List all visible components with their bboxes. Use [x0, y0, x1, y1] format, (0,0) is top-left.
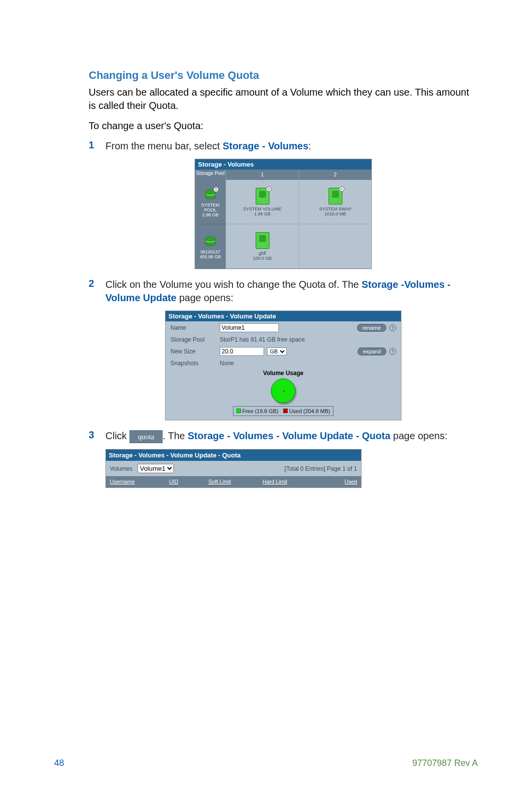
volume-select[interactable]: Volume1	[137, 464, 174, 473]
pool-column: S SYSTEM POOL 2.98 GB 05120137 455.88 GB	[195, 180, 226, 269]
square-icon	[236, 409, 241, 413]
expand-button[interactable]: expand	[358, 347, 386, 355]
col-username[interactable]: Username	[110, 478, 169, 486]
volumes-label: Volumes	[110, 465, 133, 473]
text: :	[308, 140, 311, 151]
panel-title: Storage - Volumes - Volume Update	[166, 311, 401, 321]
volume-name: SYSTEM VOLUME	[243, 207, 282, 211]
usage-title: Volume Usage	[166, 369, 401, 378]
volume-name: gfdf	[259, 251, 266, 256]
quota-table-header: Username UID Soft Limit Hard Limit Used	[106, 476, 361, 487]
snapshots-label: Snapshots	[170, 360, 220, 367]
document-revision: 97707987 Rev A	[412, 758, 478, 768]
pool-name: SYSTEM POOL	[196, 203, 225, 212]
column-header: 1	[226, 170, 299, 180]
lead-text: To change a user's Quota:	[89, 119, 478, 133]
drive-icon: S	[256, 188, 269, 205]
step-text: From the menu bar, select Storage - Volu…	[105, 139, 478, 153]
drive-icon: S	[329, 188, 342, 205]
volume-column: S SYSTEM VOLUME 1.98 GB gfdf 100.0 GB	[226, 180, 299, 269]
panel-title: Storage - Volumes	[195, 159, 371, 170]
legend: Free (19.8 GB) Used (204.8 MB)	[233, 406, 334, 416]
col-hard-limit[interactable]: Hard Limit	[263, 478, 317, 486]
column-header: 2	[299, 170, 371, 180]
screenshot-volume-update: Storage - Volumes - Volume Update Name r…	[165, 311, 401, 420]
col-uid[interactable]: UID	[169, 478, 208, 486]
text: . The	[163, 430, 188, 441]
size-input[interactable]	[220, 347, 264, 356]
intro-text: Users can be allocated a specific amount…	[89, 86, 478, 112]
screenshot-quota: Storage - Volumes - Volume Update - Quot…	[105, 449, 362, 488]
volume-cell[interactable]: S SYSTEM SWAP 1016.0 MB	[299, 180, 371, 224]
col-soft-limit[interactable]: Soft Limit	[208, 478, 263, 486]
pool-cell[interactable]: S SYSTEM POOL 2.98 GB	[195, 180, 226, 224]
volume-cell[interactable]: gfdf 100.0 GB	[226, 224, 299, 269]
volume-size: 1016.0 MB	[325, 211, 346, 216]
size-label: New Size	[170, 348, 220, 355]
rename-button[interactable]: rename	[357, 324, 386, 332]
quota-button[interactable]: quota	[130, 430, 163, 443]
badge-icon: S	[213, 187, 219, 192]
disk-stack-icon	[203, 235, 217, 248]
pool-size: 455.88 GB	[200, 254, 221, 259]
step-2: 2 Click on the Volume you wish to change…	[89, 278, 478, 305]
page-ref: Storage - Volumes - Volume Update - Quot…	[188, 430, 391, 441]
step-text: Click on the Volume you wish to change t…	[105, 278, 478, 305]
step-number: 1	[89, 139, 105, 153]
volume-size: 1.98 GB	[254, 211, 270, 216]
text: Click on the Volume you wish to change t…	[105, 279, 362, 290]
step-number: 3	[89, 429, 105, 488]
col-used[interactable]: Used	[317, 478, 357, 486]
text: Click	[105, 430, 130, 441]
page-footer: 48 97707987 Rev A	[54, 758, 478, 768]
entries-text: [Total 0 Entries] Page 1 of 1	[285, 465, 357, 473]
pool-cell[interactable]: 05120137 455.88 GB	[195, 224, 226, 269]
volume-size: 100.0 GB	[253, 256, 271, 261]
help-icon[interactable]: ?	[389, 324, 396, 331]
legend-free: Free (19.8 GB)	[236, 408, 278, 414]
pie-chart-icon	[271, 379, 296, 403]
pool-size: 2.98 GB	[202, 212, 218, 217]
pool-label: Storage Pool	[170, 336, 220, 343]
step-number: 2	[89, 278, 105, 305]
snapshots-value: None	[220, 360, 396, 367]
menu-path: Storage - Volumes	[223, 140, 308, 151]
name-label: Name	[170, 324, 220, 331]
panel-title: Storage - Volumes - Volume Update - Quot…	[106, 450, 361, 461]
volume-name: SYSTEM SWAP	[319, 207, 352, 211]
volume-column: S SYSTEM SWAP 1016.0 MB	[299, 180, 371, 269]
help-icon[interactable]: ?	[389, 348, 396, 355]
screenshot-volumes: Storage - Volumes Storage Pool 1 2 S SYS…	[195, 159, 372, 269]
drive-icon	[256, 232, 269, 249]
volume-cell-empty	[299, 224, 371, 269]
square-icon	[283, 409, 288, 413]
unit-select[interactable]: GB	[267, 347, 287, 355]
name-input[interactable]	[220, 323, 279, 332]
pool-value: StorP1 has 91.41 GB free space	[220, 336, 396, 343]
table-header: Storage Pool 1 2	[195, 170, 371, 180]
section-heading: Changing a User's Volume Quota	[89, 69, 478, 82]
text: page opens:	[391, 430, 448, 441]
step-3: 3 Click quota. The Storage - Volumes - V…	[89, 429, 478, 488]
legend-used: Used (204.8 MB)	[283, 408, 330, 414]
disk-stack-icon: S	[203, 188, 217, 202]
page-number: 48	[54, 758, 64, 768]
step-1: 1 From the menu bar, select Storage - Vo…	[89, 139, 478, 153]
step-text: Click quota. The Storage - Volumes - Vol…	[105, 429, 478, 488]
pool-header: Storage Pool	[195, 170, 226, 180]
text: page opens:	[176, 292, 233, 303]
pool-name: 05120137	[200, 249, 220, 254]
text: From the menu bar, select	[105, 140, 223, 151]
volume-cell[interactable]: S SYSTEM VOLUME 1.98 GB	[226, 180, 299, 224]
